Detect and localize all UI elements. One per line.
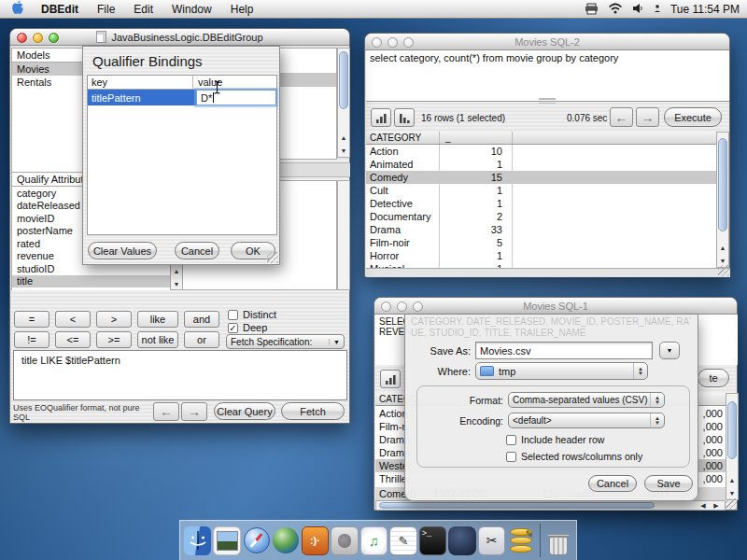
- table-row[interactable]: Detective1: [366, 197, 716, 210]
- cancel-button[interactable]: Cancel: [175, 242, 219, 259]
- close-button[interactable]: [381, 301, 391, 312]
- binding-key-cell[interactable]: titlePattern: [88, 90, 196, 105]
- save-button[interactable]: Save: [644, 475, 693, 492]
- cancel-button[interactable]: Cancel: [588, 475, 637, 492]
- list-item[interactable]: trailerName: [12, 287, 170, 290]
- apple-menu[interactable]: [0, 0, 32, 19]
- key-column-header[interactable]: key: [88, 77, 192, 88]
- menu-app-name[interactable]: DBEdit: [32, 0, 88, 19]
- resize-grip[interactable]: [267, 252, 278, 263]
- scroll-down-icon[interactable]: ▼: [171, 277, 182, 290]
- table-row[interactable]: Action10: [366, 145, 716, 158]
- op-gt-button[interactable]: >: [96, 311, 132, 328]
- table-row[interactable]: Documentary2: [366, 210, 716, 223]
- op-and-button[interactable]: and: [184, 311, 219, 328]
- op-notlike-button[interactable]: not like: [137, 331, 178, 348]
- volume-icon[interactable]: [632, 3, 644, 16]
- menu-edit[interactable]: Edit: [124, 0, 162, 19]
- selected-only-checkbox[interactable]: [506, 452, 516, 462]
- resize-grip[interactable]: [718, 265, 729, 276]
- zoom-button[interactable]: [403, 37, 414, 48]
- sql2-sql-editor[interactable]: select category, count(*) from movie gro…: [366, 50, 729, 102]
- scrollbar-thumb[interactable]: [718, 138, 727, 231]
- dbedit-icon[interactable]: ✎: [507, 526, 534, 555]
- chat-icon[interactable]: :)·: [302, 526, 330, 555]
- chart-descending-button[interactable]: [394, 108, 415, 127]
- scroll-up-icon[interactable]: ▲: [171, 264, 182, 277]
- filename-input[interactable]: Movies.csv: [475, 342, 653, 359]
- menu-file[interactable]: File: [88, 0, 124, 19]
- scroll-right-icon[interactable]: ▶: [710, 501, 723, 510]
- records-scrollbar[interactable]: ▲ ▼: [337, 48, 350, 158]
- menu-clock[interactable]: Tue 11:54 PM: [670, 3, 743, 16]
- execute-button-partial[interactable]: te: [698, 369, 729, 387]
- resize-grip[interactable]: [726, 498, 737, 510]
- photos-icon[interactable]: [213, 526, 241, 555]
- safari-icon[interactable]: [243, 526, 270, 555]
- table-row[interactable]: Animated1: [366, 158, 716, 171]
- table-row[interactable]: Film-noir5: [366, 236, 716, 249]
- sql2-table-header[interactable]: CATEGORY _: [366, 132, 716, 145]
- fetch-button[interactable]: Fetch: [281, 402, 345, 420]
- system-icon[interactable]: [331, 526, 359, 555]
- menu-help[interactable]: Help: [221, 0, 263, 19]
- include-header-checkbox[interactable]: [506, 435, 516, 445]
- table-row-selected[interactable]: Comedy15: [366, 171, 716, 184]
- scroll-up-icon[interactable]: ▲: [726, 473, 738, 486]
- fetch-spec-dropdown[interactable]: Fetch Specification: ▼: [226, 334, 345, 349]
- format-popup[interactable]: Comma-separated values (CSV) ▲▼: [508, 392, 665, 408]
- minimize-button[interactable]: [397, 301, 407, 312]
- scrollbar-thumb[interactable]: [379, 502, 655, 509]
- execute-button[interactable]: Execute: [664, 107, 722, 127]
- history-back-button[interactable]: ←: [153, 402, 179, 421]
- sql1-vertical-scrollbar[interactable]: ▲ ▼: [726, 393, 739, 500]
- main-titlebar[interactable]: JavaBusinessLogic.DBEditGroup: [10, 29, 349, 46]
- scroll-up-icon[interactable]: ▲: [338, 131, 349, 144]
- terminal-icon[interactable]: >_: [419, 526, 447, 555]
- document-proxy-icon[interactable]: [96, 31, 106, 43]
- op-lte-button[interactable]: <=: [55, 331, 91, 348]
- history-forward-button[interactable]: →: [181, 402, 207, 421]
- scrollbar-thumb[interactable]: [727, 401, 737, 459]
- scroll-down-icon[interactable]: ▼: [338, 144, 349, 157]
- table-row[interactable]: Drama33: [366, 223, 716, 236]
- sql1-titlebar[interactable]: Movies SQL-1: [374, 298, 737, 315]
- sql1-horizontal-scrollbar[interactable]: ◀ ▶: [375, 500, 726, 511]
- encoding-popup[interactable]: <default> ▲▼: [508, 413, 665, 428]
- list-item-selected[interactable]: title: [12, 275, 170, 288]
- binding-value-input[interactable]: D*: [196, 90, 276, 105]
- trash-icon[interactable]: [545, 526, 572, 555]
- value-column-header[interactable]: value: [192, 76, 276, 89]
- sql2-col-category[interactable]: CATEGORY: [366, 133, 439, 143]
- op-neq-button[interactable]: !=: [14, 331, 49, 348]
- scrollbar-thumb[interactable]: [339, 51, 348, 109]
- menu-window[interactable]: Window: [162, 0, 221, 19]
- op-lt-button[interactable]: <: [55, 311, 91, 328]
- op-like-button[interactable]: like: [137, 311, 178, 328]
- minimize-button[interactable]: [33, 33, 43, 43]
- deep-checkbox[interactable]: ✓: [228, 323, 238, 333]
- expand-sheet-button[interactable]: ▼: [659, 342, 680, 359]
- sql2-titlebar[interactable]: Movies SQL-2: [365, 34, 729, 50]
- minimize-button[interactable]: [388, 37, 398, 48]
- chart-ascending-button[interactable]: [371, 108, 391, 127]
- printer-icon[interactable]: [585, 3, 599, 17]
- textedit-icon[interactable]: ✎: [389, 526, 417, 555]
- clear-values-button[interactable]: Clear Values: [88, 242, 157, 259]
- sql2-vertical-scrollbar[interactable]: ▲ ▼: [716, 132, 729, 268]
- lower-pane-scrollbar[interactable]: [337, 180, 350, 290]
- sql2-col-count[interactable]: _: [439, 132, 512, 144]
- history-back-button[interactable]: ←: [610, 107, 633, 127]
- table-row[interactable]: Horror1: [366, 249, 716, 262]
- query-editor[interactable]: title LIKE $titlePattern: [13, 350, 347, 400]
- clear-query-button[interactable]: Clear Query: [214, 402, 275, 420]
- op-or-button[interactable]: or: [184, 331, 219, 348]
- distinct-checkbox[interactable]: [228, 310, 238, 320]
- grab-icon[interactable]: ✂: [478, 526, 506, 555]
- close-button[interactable]: [372, 37, 382, 48]
- user-icon[interactable]: [654, 4, 661, 15]
- op-gte-button[interactable]: >=: [96, 331, 132, 348]
- zoom-button[interactable]: [413, 301, 423, 312]
- wifi-icon[interactable]: [608, 3, 623, 16]
- scroll-up-icon[interactable]: ▲: [717, 241, 728, 254]
